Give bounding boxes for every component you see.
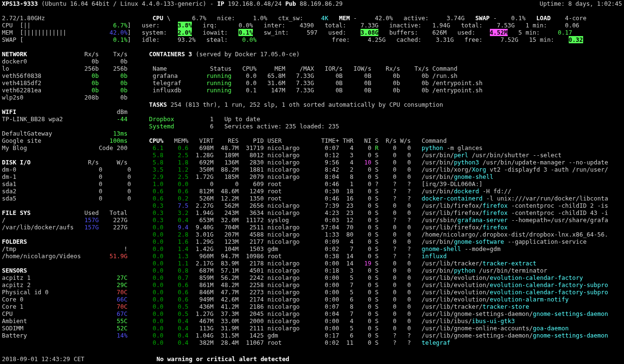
left-sidebar: NETWORK Rx/s Tx/sdocker0 0b 0blo 256b 25…: [2, 50, 142, 339]
os-info: (Ubuntu 16.04 64bit / Linux 4.4.0-133-ge…: [41, 0, 206, 7]
system-summary-row: 2.72/1.80GHz CPU \ 6.7% nice: 1.0% ctx_s…: [2, 14, 622, 43]
ip-value: 192.168.0.48/24: [228, 0, 282, 7]
alert-status: No warning or critical alert detected: [157, 355, 289, 363]
footer-bar: 2018-09-01 12:43:29 CETNo warning or cri…: [2, 355, 622, 363]
uptime: Uptime: 8 days, 1:02:45: [539, 0, 622, 7]
pub-value: 88.169.86.29: [300, 0, 343, 7]
hostname: XPS13-9333: [2, 0, 38, 7]
main-panel: CONTAINERS 3 (served by Docker 17.05.0-c…: [149, 50, 608, 346]
header-bar: XPS13-9333 (Ubuntu 16.04 64bit / Linux 4…: [2, 0, 622, 7]
ip-label: IP: [217, 0, 225, 7]
pub-label: Pub: [285, 0, 296, 7]
timestamp: 2018-09-01 12:43:29 CET: [2, 355, 85, 363]
